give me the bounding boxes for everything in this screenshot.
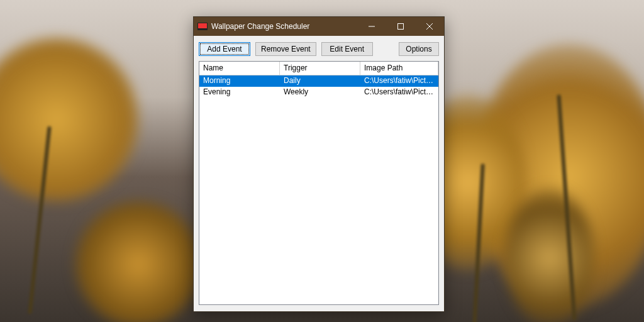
cell-trigger: Daily — [280, 75, 360, 87]
edit-event-button[interactable]: Edit Event — [321, 42, 373, 56]
cell-name: Evening — [199, 87, 280, 98]
minimize-icon — [369, 23, 375, 30]
add-event-button[interactable]: Add Event — [199, 42, 250, 56]
svg-rect-1 — [398, 24, 404, 30]
bg-decor — [0, 38, 138, 201]
maximize-button[interactable] — [386, 17, 415, 36]
options-button[interactable]: Options — [399, 42, 439, 56]
bg-decor — [557, 94, 576, 321]
listview-body: Morning Daily C:\Users\fatiw\Pictures\wa… — [199, 75, 438, 304]
table-row[interactable]: Morning Daily C:\Users\fatiw\Pictures\wa… — [199, 75, 438, 87]
app-window: Wallpaper Change Scheduler Add Event Rem… — [193, 16, 445, 312]
minimize-button[interactable] — [357, 17, 386, 36]
cell-trigger: Weekly — [280, 87, 360, 98]
bg-decor — [506, 189, 594, 322]
toolbar: Add Event Remove Event Edit Event Option… — [194, 36, 444, 61]
cell-image-path: C:\Users\fatiw\Pictures\wall... — [360, 87, 438, 98]
close-button[interactable] — [415, 17, 444, 36]
bg-decor — [75, 201, 201, 322]
app-icon — [197, 23, 208, 30]
bg-decor — [28, 126, 51, 314]
bg-decor — [472, 164, 485, 322]
bg-decor — [474, 44, 644, 308]
cell-name: Morning — [199, 75, 280, 87]
table-row[interactable]: Evening Weekly C:\Users\fatiw\Pictures\w… — [199, 87, 438, 98]
column-header-name[interactable]: Name — [199, 62, 280, 75]
column-header-image-path[interactable]: Image Path — [360, 62, 438, 75]
close-icon — [426, 23, 433, 30]
window-title: Wallpaper Change Scheduler — [211, 22, 357, 31]
maximize-icon — [397, 23, 404, 30]
titlebar[interactable]: Wallpaper Change Scheduler — [194, 17, 444, 36]
listview-header: Name Trigger Image Path — [199, 62, 438, 75]
remove-event-button[interactable]: Remove Event — [255, 42, 316, 56]
cell-image-path: C:\Users\fatiw\Pictures\wall... — [360, 75, 438, 87]
events-listview[interactable]: Name Trigger Image Path Morning Daily C:… — [199, 61, 439, 305]
column-header-trigger[interactable]: Trigger — [280, 62, 360, 75]
